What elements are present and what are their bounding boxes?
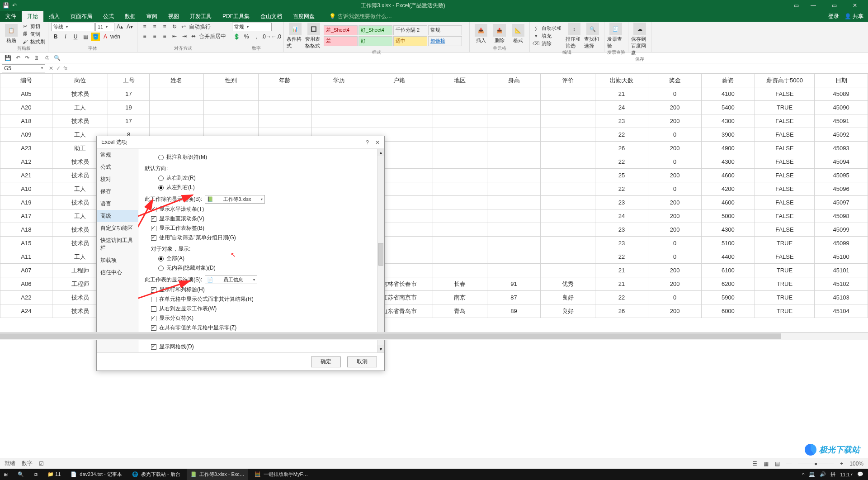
cell[interactable]: 45101 bbox=[815, 264, 868, 277]
cell[interactable]: 4600 bbox=[702, 169, 755, 182]
name-box[interactable]: G5▾ bbox=[2, 64, 45, 72]
cell[interactable]: 6000 bbox=[702, 304, 755, 318]
invoice-check-button[interactable]: 🧾发票查验 bbox=[607, 23, 624, 49]
cell[interactable]: 4300 bbox=[702, 114, 755, 128]
start-button[interactable]: ⊞ bbox=[0, 469, 11, 480]
cell[interactable] bbox=[487, 209, 541, 223]
cell[interactable] bbox=[258, 114, 311, 128]
nav-qat[interactable]: 快速访问工具栏 bbox=[97, 234, 138, 254]
comma-icon[interactable]: , bbox=[252, 33, 261, 41]
tray-expand-icon[interactable]: ^ bbox=[802, 472, 804, 477]
cell[interactable] bbox=[311, 87, 366, 101]
cell[interactable]: 4200 bbox=[702, 182, 755, 196]
tab-developer[interactable]: 开发工具 bbox=[184, 11, 217, 22]
orientation-icon[interactable]: ↻ bbox=[170, 23, 179, 31]
radio-comments[interactable] bbox=[158, 155, 164, 160]
cell[interactable] bbox=[540, 237, 595, 250]
cell[interactable]: TRUE bbox=[755, 304, 814, 318]
cell[interactable]: 优秀 bbox=[540, 277, 595, 291]
system-tray[interactable]: ^ 💻 🔊 拼 11:17 💬 bbox=[802, 471, 863, 478]
cell[interactable] bbox=[487, 114, 541, 128]
cell[interactable] bbox=[540, 101, 595, 114]
cell[interactable] bbox=[433, 182, 487, 196]
cell[interactable] bbox=[540, 128, 595, 142]
cell[interactable]: 22 bbox=[595, 250, 648, 264]
zoom-slider[interactable]: ———●——— bbox=[798, 461, 834, 467]
nav-language[interactable]: 语言 bbox=[97, 198, 138, 210]
find-select-button[interactable]: 🔍查找和选择 bbox=[584, 23, 601, 49]
autosum-button[interactable]: ∑自动求和 bbox=[533, 25, 564, 32]
tab-pagelayout[interactable]: 页面布局 bbox=[65, 11, 98, 22]
cell[interactable]: 25 bbox=[595, 169, 648, 182]
close-button[interactable]: ✕ bbox=[844, 0, 865, 11]
style-cell[interactable]: 好_Sheet4 bbox=[359, 25, 392, 35]
cell[interactable]: 24 bbox=[595, 209, 648, 223]
cell[interactable]: FALSE bbox=[755, 250, 814, 264]
cell[interactable] bbox=[433, 196, 487, 209]
cell[interactable]: TRUE bbox=[755, 277, 814, 291]
cell[interactable] bbox=[149, 114, 204, 128]
view-layout-icon[interactable]: ▦ bbox=[764, 461, 769, 467]
cell[interactable] bbox=[540, 196, 595, 209]
column-header[interactable]: 性别 bbox=[204, 74, 259, 87]
shrink-font-button[interactable]: A▾ bbox=[125, 23, 134, 31]
cell[interactable] bbox=[540, 209, 595, 223]
cell[interactable]: 200 bbox=[648, 142, 702, 155]
percent-icon[interactable]: % bbox=[242, 33, 251, 41]
merge-button[interactable]: ⬌合并后居中 bbox=[190, 32, 226, 40]
column-header[interactable]: 薪资高于5000 bbox=[755, 74, 814, 87]
cell[interactable] bbox=[540, 142, 595, 155]
cell[interactable]: 200 bbox=[648, 169, 702, 182]
cell[interactable]: 45096 bbox=[815, 182, 868, 196]
cell[interactable]: 技术员 bbox=[52, 114, 108, 128]
cell[interactable] bbox=[204, 114, 259, 128]
cell[interactable] bbox=[366, 114, 433, 128]
cell[interactable] bbox=[366, 87, 433, 101]
grow-font-button[interactable]: A▴ bbox=[115, 23, 124, 31]
cell[interactable]: 200 bbox=[648, 223, 702, 237]
tab-pdf[interactable]: PDF工具集 bbox=[217, 11, 255, 22]
network-icon[interactable]: 💻 bbox=[809, 471, 815, 477]
cell[interactable]: FALSE bbox=[755, 155, 814, 169]
sheet-display-combo[interactable]: 📄员工信息▾ bbox=[205, 276, 257, 284]
align-middle-icon[interactable]: ≡ bbox=[150, 23, 159, 31]
dialog-close-icon[interactable]: ✕ bbox=[375, 139, 380, 146]
cell[interactable]: 200 bbox=[648, 304, 702, 318]
preview-icon[interactable]: 🔍 bbox=[54, 55, 61, 61]
cell[interactable]: 200 bbox=[648, 209, 702, 223]
cell[interactable] bbox=[433, 142, 487, 155]
cell[interactable] bbox=[540, 87, 595, 101]
style-cell[interactable]: 差 bbox=[324, 36, 358, 46]
check-show-gridlines[interactable] bbox=[151, 344, 156, 350]
cell[interactable]: 良好 bbox=[540, 291, 595, 304]
cell[interactable]: 26 bbox=[595, 142, 648, 155]
cell[interactable]: TRUE bbox=[755, 237, 814, 250]
fill-button[interactable]: ▾填充 bbox=[533, 33, 564, 40]
cell[interactable]: FALSE bbox=[755, 196, 814, 209]
accept-formula-icon[interactable]: ✓ bbox=[56, 65, 61, 71]
cell[interactable]: 17 bbox=[108, 87, 149, 101]
nav-formulas[interactable]: 公式 bbox=[97, 161, 138, 173]
view-break-icon[interactable]: ▤ bbox=[775, 461, 780, 467]
cell[interactable] bbox=[487, 223, 541, 237]
check-rtl-sheet[interactable] bbox=[151, 306, 156, 312]
style-cell[interactable]: 差_Sheet4 bbox=[324, 25, 358, 35]
font-name-combo[interactable]: 等线▾ bbox=[51, 23, 94, 31]
cell[interactable] bbox=[204, 87, 259, 101]
accessibility-icon[interactable]: ☑ bbox=[39, 461, 44, 467]
save-icon[interactable]: 💾 bbox=[3, 2, 9, 9]
cell[interactable]: FALSE bbox=[755, 114, 814, 128]
cell[interactable]: A22 bbox=[0, 291, 52, 304]
borders-button[interactable]: ▦ bbox=[81, 33, 90, 41]
cell[interactable]: 4300 bbox=[702, 155, 755, 169]
cell[interactable] bbox=[540, 114, 595, 128]
action-center-icon[interactable]: 💬 bbox=[857, 471, 863, 477]
cell[interactable]: 22 bbox=[595, 155, 648, 169]
cell[interactable] bbox=[149, 101, 204, 114]
zoom-in-icon[interactable]: + bbox=[840, 461, 843, 467]
cell[interactable]: 21 bbox=[595, 264, 648, 277]
wrap-button[interactable]: ↩自动换行 bbox=[180, 23, 211, 31]
cell[interactable]: A18 bbox=[0, 223, 52, 237]
workbook-display-combo[interactable]: 📗工作簿3.xlsx▾ bbox=[205, 195, 265, 204]
cell[interactable]: 22 bbox=[595, 128, 648, 142]
